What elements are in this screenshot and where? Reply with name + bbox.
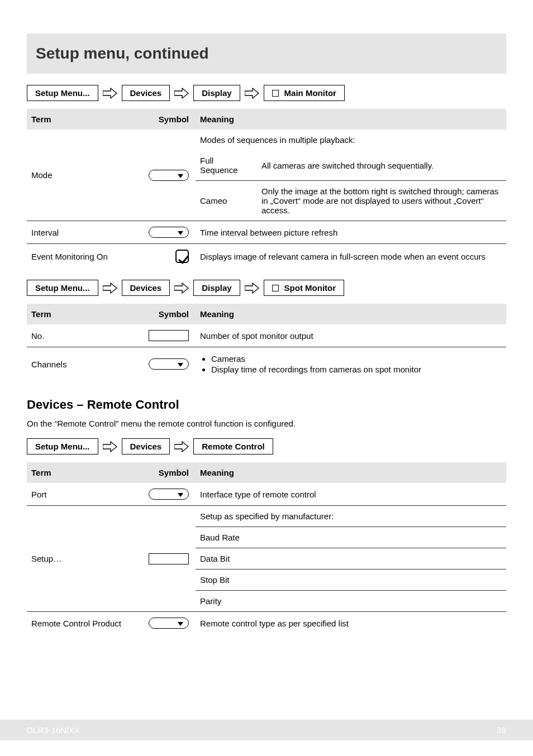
meaning-cameo-label: Cameo (196, 181, 257, 221)
arrow-right-icon (245, 88, 259, 99)
column-header-symbol: Symbol (144, 462, 196, 483)
breadcrumb-step: Setup Menu... (27, 280, 98, 296)
checkbox-checked-icon (175, 250, 189, 263)
dropdown-icon (149, 489, 189, 500)
column-header-meaning: Meaning (196, 109, 506, 130)
breadcrumb-step: Devices (122, 280, 170, 296)
meaning-setup-databit: Data Bit (196, 548, 506, 570)
term-interval: Interval (27, 221, 144, 244)
column-header-symbol: Symbol (144, 304, 196, 324)
arrow-right-icon (174, 88, 189, 99)
dropdown-icon (149, 358, 189, 370)
list-item: Cameras (211, 354, 502, 363)
column-header-term: Term (27, 462, 144, 483)
meaning-mode-intro: Modes of sequences in multiple playback: (196, 130, 506, 150)
page-footer: DLR3-16N/XX 39 (0, 720, 533, 740)
term-rcp: Remote Control Product (27, 612, 144, 635)
dropdown-icon (149, 170, 189, 181)
breadcrumb-label: Spot Monitor (284, 283, 336, 293)
meaning-full-text: All cameras are switched through sequent… (257, 150, 506, 181)
arrow-right-icon (174, 283, 189, 294)
meaning-channels: Cameras Display time of recordings from … (196, 347, 506, 381)
column-header-symbol: Symbol (144, 109, 196, 130)
breadcrumb-step: Display (193, 85, 240, 101)
meaning-interval: Time interval between picture refresh (196, 221, 506, 244)
breadcrumb-label: Main Monitor (284, 88, 336, 98)
table-main-monitor: Term Symbol Meaning Mode Modes of sequen… (27, 109, 506, 269)
breadcrumb-main-monitor: Setup Menu... Devices Display Main Monit… (27, 85, 506, 101)
column-header-meaning: Meaning (196, 462, 506, 483)
term-mode: Mode (27, 130, 144, 221)
meaning-setup-intro: Setup as specified by manufacturer: (196, 506, 506, 527)
meaning-port: Interface type of remote control (196, 483, 506, 506)
meaning-rcp: Remote control type as per specified lis… (196, 612, 506, 635)
column-header-term: Term (27, 109, 144, 130)
footer-page-number: 39 (497, 725, 506, 735)
meaning-setup-baud: Baud Rate (196, 527, 506, 548)
footer-model: DLR3-16N/XX (27, 725, 80, 735)
checkbox-icon (272, 285, 279, 291)
page-title: Setup menu, continued (36, 45, 497, 63)
breadcrumb-step: Devices (122, 85, 170, 101)
term-setup: Setup… (27, 506, 144, 612)
term-port: Port (27, 483, 144, 506)
checkbox-icon (272, 90, 279, 97)
breadcrumb-spot-monitor: Setup Menu... Devices Display Spot Monit… (27, 280, 506, 296)
section-heading-remote-control: Devices – Remote Control (27, 398, 506, 412)
arrow-right-icon (245, 283, 259, 294)
breadcrumb-step: Setup Menu... (27, 438, 98, 454)
term-no: No. (27, 324, 144, 347)
field-box-icon (149, 553, 189, 564)
field-box-icon (149, 330, 189, 341)
meaning-setup-stopbit: Stop Bit (196, 570, 506, 591)
breadcrumb-step: Remote Control (193, 438, 273, 454)
meaning-cameo-text: Only the image at the bottom right is sw… (257, 181, 506, 221)
column-header-meaning: Meaning (196, 304, 506, 324)
meaning-event-monitoring: Displays image of relevant camera in ful… (196, 244, 506, 269)
table-remote-control: Term Symbol Meaning Port Interface type … (27, 462, 506, 634)
term-channels: Channels (27, 347, 144, 381)
table-spot-monitor: Term Symbol Meaning No. Number of spot m… (27, 304, 506, 381)
page-title-bar: Setup menu, continued (27, 34, 506, 74)
meaning-setup-parity: Parity (196, 591, 506, 612)
meaning-no: Number of spot monitor output (196, 324, 506, 347)
breadcrumb-step: Main Monitor (264, 85, 345, 101)
breadcrumb-step: Devices (122, 438, 170, 454)
arrow-right-icon (103, 88, 117, 99)
dropdown-icon (149, 227, 189, 238)
breadcrumb-step: Setup Menu... (27, 85, 98, 101)
arrow-right-icon (103, 283, 117, 294)
list-item: Display time of recordings from cameras … (211, 365, 502, 374)
breadcrumb-step: Display (193, 280, 240, 296)
term-event-monitoring: Event Monitoring On (27, 244, 144, 269)
column-header-term: Term (27, 304, 144, 324)
meaning-full-label: Full Sequence (196, 150, 257, 181)
section-description: On the “Remote Control” menu the remote … (27, 419, 506, 428)
arrow-right-icon (103, 441, 117, 452)
breadcrumb-step: Spot Monitor (264, 280, 344, 296)
dropdown-icon (149, 618, 189, 629)
breadcrumb-remote-control: Setup Menu... Devices Remote Control (27, 438, 506, 454)
arrow-right-icon (174, 441, 189, 452)
